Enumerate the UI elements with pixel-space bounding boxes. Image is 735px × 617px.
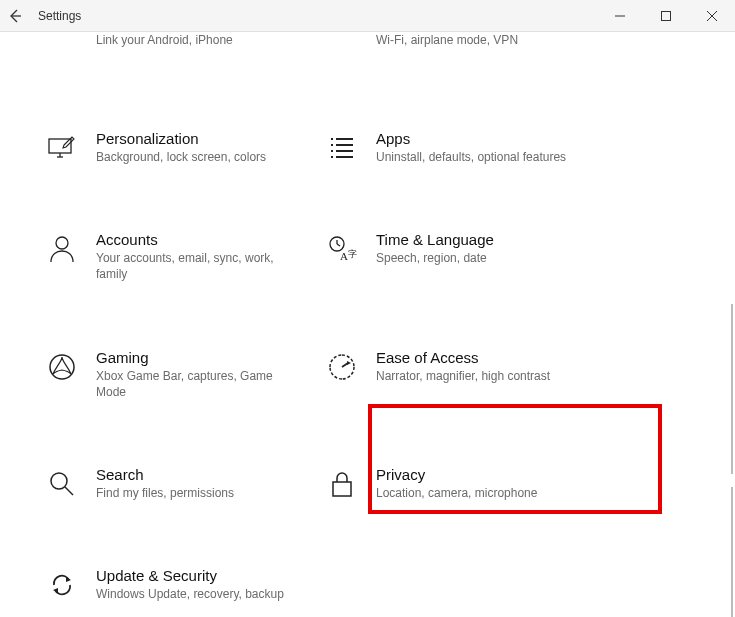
titlebar: Settings (0, 0, 735, 32)
svg-rect-2 (662, 12, 671, 21)
tile-title: Update & Security (96, 567, 304, 584)
content-area: Link your Android, iPhone Wi-Fi, airplan… (0, 32, 735, 617)
tile-body: Time & Language Speech, region, date (376, 231, 584, 266)
tile-title: Apps (376, 130, 584, 147)
accounts-icon (46, 233, 78, 265)
phone-icon (46, 32, 78, 64)
tile-body: Link your Android, iPhone (96, 32, 304, 48)
tile-network[interactable]: Wi-Fi, airplane mode, VPN (320, 32, 590, 72)
svg-text:字: 字 (348, 249, 357, 259)
tile-phone[interactable]: Link your Android, iPhone (40, 32, 310, 72)
tile-desc: Xbox Game Bar, captures, Game Mode (96, 368, 304, 400)
maximize-icon (661, 11, 671, 21)
window-controls (597, 0, 735, 32)
tile-body: Ease of Access Narrator, magnifier, high… (376, 349, 584, 384)
tile-title: Time & Language (376, 231, 584, 248)
svg-marker-23 (347, 361, 351, 365)
time-language-icon: A 字 (326, 233, 358, 265)
close-icon (707, 11, 717, 21)
tile-desc: Your accounts, email, sync, work, family (96, 250, 304, 282)
tile-title: Privacy (376, 466, 584, 483)
personalization-icon (46, 132, 78, 164)
tile-body: Privacy Location, camera, microphone (376, 466, 584, 501)
tile-body: Apps Uninstall, defaults, optional featu… (376, 130, 584, 165)
minimize-icon (615, 11, 625, 21)
scrollbar-track[interactable] (731, 487, 733, 617)
svg-point-24 (51, 473, 67, 489)
settings-grid: Link your Android, iPhone Wi-Fi, airplan… (40, 32, 695, 610)
tile-desc: Windows Update, recovery, backup (96, 586, 304, 602)
tile-body: Personalization Background, lock screen,… (96, 130, 304, 165)
search-icon (46, 468, 78, 500)
tile-time-language[interactable]: A 字 Time & Language Speech, region, date (320, 223, 590, 290)
tile-apps[interactable]: Apps Uninstall, defaults, optional featu… (320, 122, 590, 173)
tile-update-security[interactable]: Update & Security Windows Update, recove… (40, 559, 310, 610)
update-security-icon (46, 569, 78, 601)
gaming-icon (46, 351, 78, 383)
tile-desc: Narrator, magnifier, high contrast (376, 368, 584, 384)
tile-title: Personalization (96, 130, 304, 147)
tile-gaming[interactable]: Gaming Xbox Game Bar, captures, Game Mod… (40, 341, 310, 408)
tile-body: Search Find my files, permissions (96, 466, 304, 501)
svg-line-25 (65, 487, 73, 495)
maximize-button[interactable] (643, 0, 689, 32)
back-button[interactable] (0, 0, 30, 32)
tile-ease-of-access[interactable]: Ease of Access Narrator, magnifier, high… (320, 341, 590, 408)
scrollbar-track[interactable] (731, 304, 733, 474)
tile-privacy[interactable]: Privacy Location, camera, microphone (320, 458, 590, 509)
window-title: Settings (38, 9, 81, 23)
tile-desc: Location, camera, microphone (376, 485, 584, 501)
back-arrow-icon (7, 8, 23, 24)
tile-desc: Link your Android, iPhone (96, 32, 304, 48)
svg-rect-26 (333, 482, 351, 496)
tile-title: Search (96, 466, 304, 483)
tile-desc: Wi-Fi, airplane mode, VPN (376, 32, 584, 48)
tile-title: Gaming (96, 349, 304, 366)
tile-desc: Background, lock screen, colors (96, 149, 304, 165)
tile-desc: Uninstall, defaults, optional features (376, 149, 584, 165)
tile-search[interactable]: Search Find my files, permissions (40, 458, 310, 509)
tile-body: Accounts Your accounts, email, sync, wor… (96, 231, 304, 282)
ease-of-access-icon (326, 351, 358, 383)
network-icon (326, 32, 358, 64)
tile-body: Update & Security Windows Update, recove… (96, 567, 304, 602)
tile-title: Ease of Access (376, 349, 584, 366)
svg-line-19 (337, 244, 340, 246)
minimize-button[interactable] (597, 0, 643, 32)
tile-desc: Speech, region, date (376, 250, 584, 266)
apps-icon (326, 132, 358, 164)
tile-accounts[interactable]: Accounts Your accounts, email, sync, wor… (40, 223, 310, 290)
privacy-icon (326, 468, 358, 500)
tile-body: Wi-Fi, airplane mode, VPN (376, 32, 584, 48)
tile-personalization[interactable]: Personalization Background, lock screen,… (40, 122, 310, 173)
svg-point-16 (56, 237, 68, 249)
tile-title: Accounts (96, 231, 304, 248)
close-button[interactable] (689, 0, 735, 32)
svg-text:A: A (340, 250, 348, 262)
tile-body: Gaming Xbox Game Bar, captures, Game Mod… (96, 349, 304, 400)
tile-desc: Find my files, permissions (96, 485, 304, 501)
